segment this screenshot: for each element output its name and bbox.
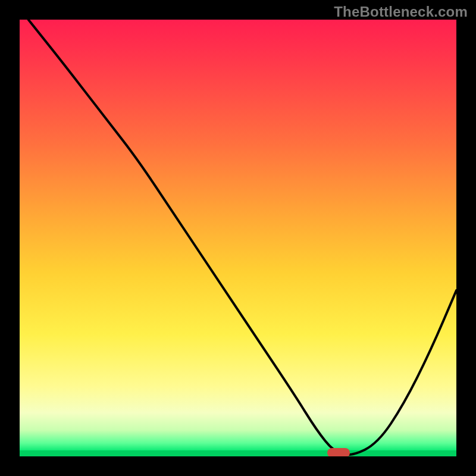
optimum-marker bbox=[327, 448, 350, 456]
curve-path bbox=[29, 20, 456, 455]
chart-stage: TheBottleneck.com bbox=[0, 0, 476, 476]
curve-svg bbox=[20, 20, 456, 456]
watermark-text: TheBottleneck.com bbox=[334, 4, 468, 20]
plot-area bbox=[20, 20, 456, 456]
